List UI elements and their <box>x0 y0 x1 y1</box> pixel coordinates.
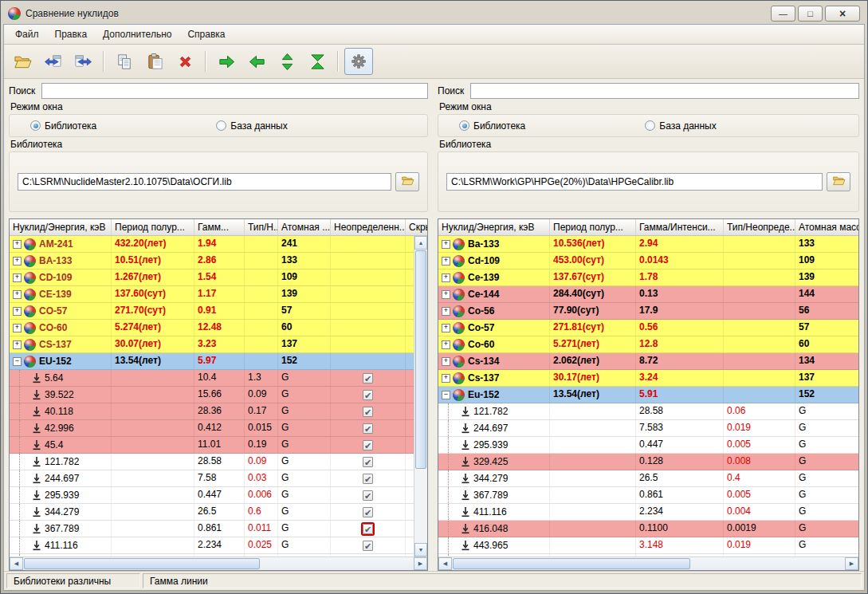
table-row-Cd-109[interactable]: +Cd-109453.00(сут)0.0143109 <box>438 253 858 269</box>
radio-library[interactable]: Библиотека <box>459 120 525 132</box>
table-row-EU-152[interactable]: −EU-15213.54(лет)5.97152 <box>10 353 414 370</box>
expand-toggle-icon[interactable]: + <box>13 340 22 349</box>
browse-button[interactable] <box>395 172 419 191</box>
line-checkbox[interactable] <box>363 457 373 467</box>
library-path-input[interactable] <box>446 173 823 191</box>
table-row-42.996[interactable]: 42.9960.4120.015G <box>10 420 414 437</box>
table-row-121.782[interactable]: 121.78228.580.06G <box>438 403 858 420</box>
column-header[interactable]: Гамма/Интенси... <box>636 219 724 235</box>
next-difference-button[interactable] <box>212 48 241 75</box>
expand-toggle-icon[interactable]: + <box>13 290 22 299</box>
table-row-BA-133[interactable]: +BA-13310.51(лет)2.86133 <box>10 253 414 269</box>
delete-button[interactable] <box>171 48 199 75</box>
line-checkbox[interactable] <box>363 373 373 384</box>
column-header[interactable]: Скры... <box>406 219 427 235</box>
column-header[interactable]: Атомная ... <box>278 219 331 235</box>
table-row-AM-241[interactable]: +AM-241432.20(лет)1.94241 <box>10 236 414 253</box>
table-row-Cs-134[interactable]: +Cs-1342.062(лет)8.72134 <box>438 353 858 370</box>
column-header[interactable]: Гамм... <box>194 219 245 235</box>
menu-edit[interactable]: Правка <box>47 26 96 43</box>
table-row-367.789[interactable]: 367.7890.8610.005G <box>438 487 858 504</box>
expand-toggle-icon[interactable]: + <box>442 340 450 349</box>
scroll-down-icon[interactable]: ▼ <box>414 543 427 557</box>
table-row-295.939[interactable]: 295.9390.4470.006G <box>10 487 414 504</box>
scroll-track[interactable] <box>23 557 414 570</box>
table-row-Cs-137[interactable]: +Cs-13730.17(лет)3.24137 <box>438 370 858 387</box>
line-checkbox[interactable] <box>363 490 373 501</box>
collapse-all-button[interactable] <box>303 48 332 75</box>
vertical-scrollbar[interactable]: ▲ ▼ <box>414 236 427 557</box>
radio-library[interactable]: Библиотека <box>30 120 96 132</box>
table-row-367.789[interactable]: 367.7890.8610.011G <box>10 521 414 537</box>
line-checkbox[interactable] <box>363 474 373 484</box>
expand-toggle-icon[interactable]: + <box>13 240 22 249</box>
settings-button[interactable] <box>344 48 373 75</box>
table-row-Co-56[interactable]: +Co-5677.90(сут)17.956 <box>438 303 858 320</box>
panel-splitter[interactable] <box>430 79 436 571</box>
title-bar[interactable]: Сравнение нуклидов — □ × <box>3 3 865 24</box>
line-checkbox[interactable] <box>363 390 373 400</box>
table-row-488.679[interactable]: 488.6790.4190.003G <box>438 554 858 557</box>
table-row-344.279[interactable]: 344.27926.50.4G <box>438 470 858 487</box>
table-row-411.116[interactable]: 411.1162.2340.025G <box>10 537 414 554</box>
table-row-443.965[interactable]: 443.9652.8210.020G <box>10 554 414 557</box>
table-row-329.425[interactable]: 329.4250.1280.008G <box>438 454 858 470</box>
table-row-411.116[interactable]: 411.1162.2340.004G <box>438 504 858 521</box>
open-library-button[interactable] <box>8 48 37 75</box>
table-row-295.939[interactable]: 295.9390.4470.005G <box>438 437 858 454</box>
scroll-left-icon[interactable]: ◀ <box>10 557 23 570</box>
scroll-right-icon[interactable]: ▶ <box>414 557 427 570</box>
table-row-Co-60[interactable]: +Co-605.271(лет)12.860 <box>438 336 858 353</box>
column-header[interactable]: Период полур... <box>112 219 194 235</box>
maximize-button[interactable]: □ <box>798 6 823 22</box>
horizontal-scroll-thumb[interactable] <box>24 558 260 569</box>
table-row-CS-137[interactable]: +CS-13730.07(лет)3.23137 <box>10 336 414 353</box>
column-header[interactable]: Тип/Н... <box>245 219 278 235</box>
table-row-40.118[interactable]: 40.11828.360.17G <box>10 403 414 420</box>
table-row-39.522[interactable]: 39.52215.660.09G <box>10 387 414 403</box>
column-header[interactable]: Атомная масса... <box>795 219 858 235</box>
expand-toggle-icon[interactable]: + <box>13 307 22 316</box>
scroll-track[interactable] <box>414 470 427 543</box>
copy-button[interactable] <box>110 48 139 75</box>
library-path-input[interactable] <box>18 173 391 191</box>
horizontal-scrollbar[interactable]: ◀ ▶ <box>438 557 858 570</box>
expand-toggle-icon[interactable]: + <box>442 273 450 282</box>
search-input[interactable] <box>41 83 428 99</box>
expand-toggle-icon[interactable]: + <box>442 357 450 366</box>
line-checkbox[interactable] <box>363 541 373 551</box>
menu-extras[interactable]: Дополнительно <box>95 26 179 43</box>
table-row-Eu-152[interactable]: −Eu-15213.54(лет)5.91152 <box>438 387 858 403</box>
vertical-scroll-thumb[interactable] <box>415 250 426 469</box>
table-row-Ce-139[interactable]: +Ce-139137.67(сут)1.78139 <box>438 269 858 286</box>
table-row-244.697[interactable]: 244.6977.580.03G <box>10 470 414 487</box>
table-row-344.279[interactable]: 344.27926.50.6G <box>10 504 414 521</box>
table-row-CO-60[interactable]: +CO-605.274(лет)12.4860 <box>10 320 414 336</box>
table-row-Ba-133[interactable]: +Ba-13310.536(лет)2.94133 <box>438 236 858 253</box>
column-header[interactable]: Нуклид/Энергия, кэВ <box>438 219 550 235</box>
line-checkbox[interactable] <box>363 423 373 434</box>
expand-toggle-icon[interactable]: + <box>13 257 22 266</box>
paste-button[interactable] <box>140 48 169 75</box>
search-input[interactable] <box>470 83 859 99</box>
expand-toggle-icon[interactable]: + <box>442 257 450 266</box>
column-header[interactable]: Период полур... <box>550 219 636 235</box>
line-checkbox[interactable] <box>363 440 373 450</box>
radio-database[interactable]: База данных <box>645 120 716 132</box>
scroll-right-icon[interactable]: ▶ <box>845 557 858 570</box>
table-row-45.4[interactable]: 45.411.010.19G <box>10 437 414 454</box>
line-checkbox[interactable] <box>363 407 373 417</box>
expand-toggle-icon[interactable]: + <box>442 307 450 316</box>
close-button[interactable]: × <box>825 6 860 22</box>
table-row-CO-57[interactable]: +CO-57271.70(сут)0.9157 <box>10 303 414 320</box>
browse-button[interactable] <box>827 172 850 191</box>
collapse-toggle-icon[interactable]: − <box>442 391 450 399</box>
menu-file[interactable]: Файл <box>7 26 47 43</box>
expand-toggle-icon[interactable]: + <box>442 374 450 383</box>
menu-help[interactable]: Справка <box>179 26 233 43</box>
table-row-121.782[interactable]: 121.78228.580.09G <box>10 454 414 470</box>
collapse-toggle-icon[interactable]: − <box>13 357 22 366</box>
expand-toggle-icon[interactable]: + <box>442 290 450 299</box>
expand-toggle-icon[interactable]: + <box>13 273 22 282</box>
radio-database[interactable]: База данных <box>216 120 287 132</box>
